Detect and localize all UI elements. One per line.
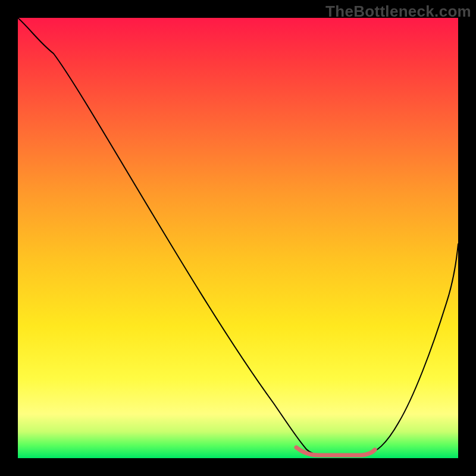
curve-layer <box>18 18 458 458</box>
plot-area <box>18 18 458 458</box>
watermark-text: TheBottleneck.com <box>325 2 471 21</box>
chart-stage: TheBottleneck.com <box>0 0 476 476</box>
bottleneck-curve <box>18 18 458 455</box>
